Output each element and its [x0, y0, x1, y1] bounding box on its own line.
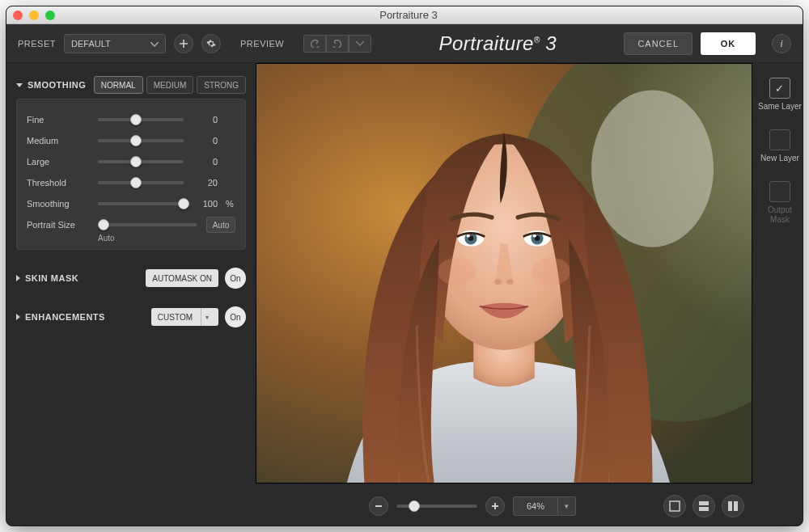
svg-point-2 — [591, 90, 714, 247]
enhancements-custom-select[interactable]: CUSTOM ▾ — [151, 308, 218, 326]
zoom-dropdown[interactable]: ▾ — [558, 496, 576, 516]
view-single-button[interactable] — [663, 495, 686, 517]
smoothing-panel: Fine 0 Medium 0 Large 0 Threshold — [16, 99, 246, 250]
expand-icon — [16, 275, 20, 281]
enhancements-toggle[interactable]: On — [225, 306, 246, 327]
portrait-size-value-label: Auto — [98, 234, 235, 243]
brand-title: Portraiture® 3 — [379, 32, 616, 55]
svg-rect-19 — [728, 501, 732, 511]
svg-rect-20 — [734, 501, 738, 511]
svg-point-12 — [494, 280, 502, 285]
smoothing-preset-strong[interactable]: STRONG — [197, 76, 246, 94]
top-toolbar: PRESET DEFAULT PREVIEW Portraiture® 3 CA… — [6, 24, 803, 63]
zoom-slider[interactable] — [396, 505, 477, 508]
checkbox-checked-icon: ✓ — [769, 78, 790, 99]
slider-portrait-size: Portrait Size Auto — [27, 214, 235, 235]
titlebar: Portraiture 3 — [6, 6, 803, 24]
portrait-size-slider[interactable] — [98, 223, 197, 226]
preset-select[interactable]: DEFAULT — [64, 34, 166, 53]
smoothing-preset-tabs: NORMAL MEDIUM STRONG — [94, 76, 246, 94]
svg-point-11 — [533, 234, 536, 237]
svg-rect-17 — [699, 501, 709, 505]
history-dropdown[interactable] — [349, 35, 371, 53]
slider-smoothing: Smoothing 100% — [27, 193, 235, 214]
expand-icon — [16, 314, 20, 320]
cancel-button[interactable]: CANCEL — [624, 32, 693, 55]
view-split-vertical-button[interactable] — [722, 495, 744, 517]
history-buttons — [303, 35, 371, 53]
svg-point-14 — [438, 258, 476, 286]
smoothing-section-header[interactable]: SMOOTHING NORMAL MEDIUM STRONG — [16, 76, 246, 94]
automask-badge[interactable]: AUTOMASK ON — [146, 269, 218, 287]
svg-point-15 — [532, 258, 570, 286]
fine-slider[interactable] — [98, 118, 184, 121]
view-split-horizontal-button[interactable] — [693, 495, 715, 517]
same-layer-option[interactable]: ✓ Same Layer — [758, 78, 802, 112]
smoothing-slider[interactable] — [98, 202, 184, 205]
skin-mask-section[interactable]: SKIN MASK AUTOMASK ON On — [16, 260, 246, 297]
portrait-size-auto[interactable]: Auto — [206, 217, 235, 233]
output-rail: ✓ Same Layer New Layer Output Mask — [757, 63, 803, 526]
preset-value: DEFAULT — [71, 39, 111, 49]
smoothing-preset-medium[interactable]: MEDIUM — [146, 76, 194, 94]
redo-button[interactable] — [326, 35, 349, 53]
info-button[interactable]: i — [772, 34, 791, 53]
threshold-slider[interactable] — [98, 181, 184, 184]
slider-threshold: Threshold 20 — [27, 172, 235, 193]
new-layer-option[interactable]: New Layer — [760, 129, 799, 163]
app-window: Portraiture 3 PRESET DEFAULT PREVIEW Por… — [6, 6, 803, 526]
zoom-out-button[interactable] — [369, 496, 388, 516]
slider-fine: Fine 0 — [27, 109, 235, 130]
body: SMOOTHING NORMAL MEDIUM STRONG Fine 0 Me… — [6, 63, 803, 526]
ok-button[interactable]: OK — [701, 32, 756, 55]
add-preset-button[interactable] — [174, 34, 193, 53]
view-mode-buttons — [663, 495, 744, 517]
chevron-down-icon — [150, 39, 159, 49]
enhancements-section[interactable]: ENHANCEMENTS CUSTOM ▾ On — [16, 298, 246, 336]
slider-medium: Medium 0 — [27, 130, 235, 151]
image-preview[interactable] — [256, 63, 752, 483]
svg-point-10 — [467, 234, 470, 237]
smoothing-preset-normal[interactable]: NORMAL — [94, 76, 143, 94]
checkbox-empty-icon — [769, 129, 790, 150]
svg-point-13 — [506, 280, 514, 285]
portrait-image — [256, 64, 752, 483]
collapse-icon — [16, 83, 23, 87]
medium-slider[interactable] — [98, 139, 184, 142]
output-mask-option[interactable]: Output Mask — [757, 181, 803, 225]
zoom-value[interactable]: 64% — [513, 496, 558, 516]
settings-button[interactable] — [201, 34, 221, 53]
window-title: Portraiture 3 — [21, 9, 796, 21]
preview-area: 64% ▾ — [256, 63, 757, 526]
chevron-down-icon: ▾ — [201, 308, 212, 326]
zoom-in-button[interactable] — [485, 496, 505, 516]
undo-button[interactable] — [303, 35, 326, 53]
preview-bottom-bar: 64% ▾ — [256, 492, 752, 521]
preview-label: PREVIEW — [240, 39, 284, 49]
checkbox-empty-icon — [769, 181, 790, 202]
slider-large: Large 0 — [27, 151, 235, 172]
skinmask-toggle[interactable]: On — [225, 268, 246, 289]
large-slider[interactable] — [98, 160, 184, 163]
controls-sidebar: SMOOTHING NORMAL MEDIUM STRONG Fine 0 Me… — [6, 63, 256, 526]
svg-rect-18 — [699, 507, 709, 511]
svg-rect-16 — [670, 501, 680, 511]
preset-label: PRESET — [18, 39, 56, 49]
